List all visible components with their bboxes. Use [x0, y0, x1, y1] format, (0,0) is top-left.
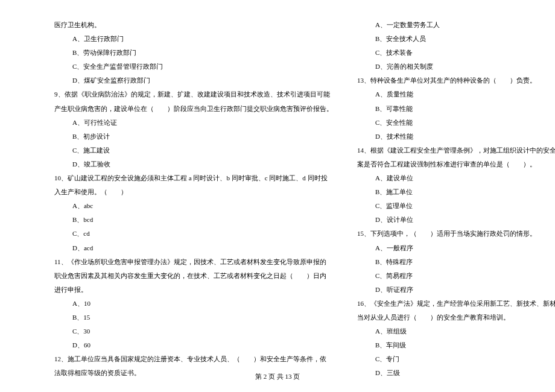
option-b: B、bcd [54, 213, 333, 227]
option-a: A、abc [54, 199, 333, 213]
option-a: A、一定数量劳务工人 [357, 18, 555, 32]
option-d: D、60 [54, 338, 333, 352]
question-14-cont: 案是否符合工程建设强制性标准进行审查的单位是（ ）。 [357, 157, 555, 171]
option-a: A、建设单位 [357, 171, 555, 185]
option-a: A、可行性论证 [54, 116, 333, 130]
question-15: 15、下列选项中，（ ）适用于当场实施行政处罚的情形。 [357, 227, 555, 241]
option-c: C、简易程序 [357, 269, 555, 283]
option-a: A、一般程序 [357, 241, 555, 255]
left-column: 医疗卫生机构。 A、卫生行政部门 B、劳动保障行政部门 C、安全生产监督管理行政… [54, 18, 333, 380]
option-c: C、监理单位 [357, 199, 555, 213]
option-c: C、施工建设 [54, 144, 333, 157]
option-d: D、煤矿安全监察行政部门 [54, 74, 333, 87]
option-c: C、安全性能 [357, 116, 555, 130]
option-a: A、卫生行政部门 [54, 32, 333, 46]
question-16: 16、《安全生产法》规定，生产经营单位采用新工艺、新技术、新材料或者使用新设备时… [357, 297, 555, 311]
question-11: 11、《作业场所职业危害申报管理办法》规定，因技术、工艺或者材料发生变化导致原申… [54, 255, 333, 269]
question-16-cont: 当对从业人员进行（ ）的安全生产教育和培训。 [357, 311, 555, 324]
option-d: D、设计单位 [357, 213, 555, 227]
question-11-cont2: 进行申报。 [54, 283, 333, 297]
question-10-cont: 入生产和使用。（ ） [54, 185, 333, 199]
question-11-cont: 职业危害因素及其相关内容发生重大变化的，在技术、工艺或者材料变化之日起（ ）日内 [54, 269, 333, 283]
question-14: 14、根据《建设工程安全生产管理条例》，对施工组织设计中的安全技术措施或者专项施… [357, 144, 555, 157]
option-c: C、技术装备 [357, 46, 555, 60]
option-c: C、30 [54, 324, 333, 338]
option-a: A、10 [54, 297, 333, 311]
option-b: B、车间级 [357, 338, 555, 352]
exam-page: 医疗卫生机构。 A、卫生行政部门 B、劳动保障行政部门 C、安全生产监督管理行政… [0, 0, 555, 392]
option-c: C、cd [54, 227, 333, 241]
option-b: B、劳动保障行政部门 [54, 46, 333, 60]
option-d: D、听证程序 [357, 283, 555, 297]
option-a: A、班组级 [357, 324, 555, 338]
option-d: D、技术性能 [357, 130, 555, 144]
option-b: B、初步设计 [54, 130, 333, 144]
question-9: 9、依据《职业病防治法》的规定，新建、扩建、改建建设项目和技术改造、技术引进项目… [54, 87, 333, 101]
option-b: B、15 [54, 311, 333, 324]
option-d: D、竣工验收 [54, 157, 333, 171]
text-line: 医疗卫生机构。 [54, 18, 333, 32]
question-10: 10、矿山建设工程的安全设施必须和主体工程 a 同时设计、b 同时审批、c 同时… [54, 171, 333, 185]
option-b: B、特殊程序 [357, 255, 555, 269]
option-b: B、安全技术人员 [357, 32, 555, 46]
right-column: A、一定数量劳务工人 B、安全技术人员 C、技术装备 D、完善的相关制度 13、… [357, 18, 555, 380]
option-a: A、质量性能 [357, 87, 555, 101]
option-c: C、专门 [357, 352, 555, 366]
question-12: 12、施工单位应当具备国家规定的注册资本、专业技术人员、（ ）和安全生产等条件，… [54, 352, 333, 366]
option-b: B、施工单位 [357, 185, 555, 199]
option-d: D、acd [54, 241, 333, 255]
question-13: 13、特种设备生产单位对其生产的特种设备的（ ）负责。 [357, 74, 555, 87]
question-9-cont: 产生职业病危害的，建设单位在（ ）阶段应当向卫生行政部门提交职业病危害预评价报告… [54, 102, 333, 116]
option-c: C、安全生产监督管理行政部门 [54, 60, 333, 74]
option-d: D、完善的相关制度 [357, 60, 555, 74]
page-footer: 第 2 页 共 13 页 [0, 372, 555, 381]
option-b: B、可靠性能 [357, 102, 555, 116]
